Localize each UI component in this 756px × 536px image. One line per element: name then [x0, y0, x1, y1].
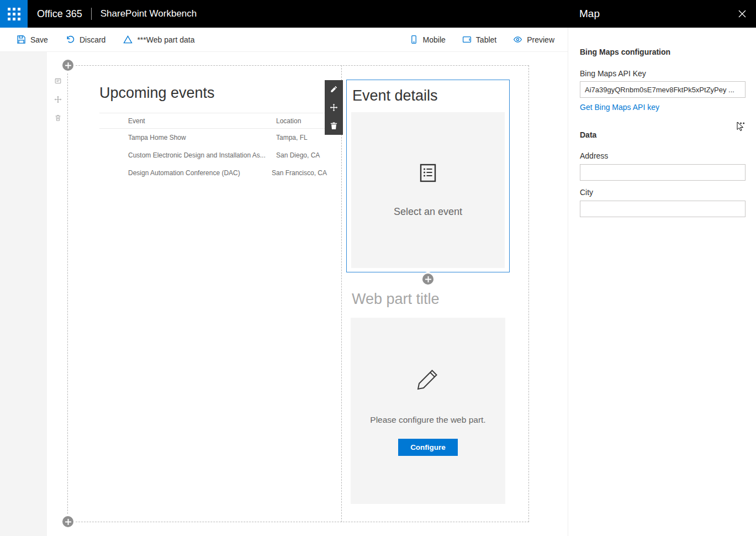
- save-icon: [17, 35, 26, 44]
- save-label: Save: [30, 35, 48, 44]
- save-button[interactable]: Save: [17, 35, 48, 44]
- property-pane: Bing Maps configuration Bing Maps API Ke…: [568, 28, 756, 536]
- preview-button[interactable]: Preview: [513, 35, 554, 44]
- get-api-key-link[interactable]: Get Bing Maps API key: [580, 103, 659, 112]
- list-document-icon: [418, 163, 438, 185]
- product-title: SharePoint Workbench: [101, 8, 197, 19]
- tablet-icon: [462, 35, 472, 44]
- app-launcher-button[interactable]: [0, 0, 28, 28]
- preview-label: Preview: [527, 35, 554, 44]
- triangle-icon: [123, 35, 133, 44]
- move-icon: [330, 103, 338, 112]
- left-gutter: [0, 52, 47, 536]
- webpart-title-text[interactable]: Web part title: [352, 291, 440, 308]
- discard-label: Discard: [80, 35, 105, 44]
- event-details-title: Event details: [352, 87, 509, 104]
- mobile-icon: [409, 35, 419, 44]
- property-pane-header: Map: [568, 0, 756, 28]
- select-event-text: Select an event: [394, 206, 462, 218]
- move-icon[interactable]: [54, 96, 62, 103]
- delete-webpart-button[interactable]: [325, 117, 343, 135]
- column-header-location: Location: [276, 117, 327, 125]
- comment-icon[interactable]: [54, 77, 62, 85]
- upcoming-events-title: Upcoming events: [99, 85, 215, 102]
- location-cell: San Francisco, CA: [272, 169, 327, 177]
- bing-maps-section-title: Bing Maps configuration: [580, 48, 670, 56]
- webpart-data-label: ***Web part data: [137, 35, 194, 44]
- webpart-data-button[interactable]: ***Web part data: [123, 35, 194, 44]
- discard-button[interactable]: Discard: [66, 35, 105, 44]
- delete-icon[interactable]: [54, 114, 62, 122]
- waffle-icon: [8, 8, 20, 20]
- api-key-input[interactable]: [580, 81, 746, 98]
- move-webpart-button[interactable]: [325, 98, 343, 117]
- more-options-icon[interactable]: [737, 117, 745, 127]
- trash-icon: [330, 122, 338, 130]
- header-divider: [91, 8, 92, 20]
- api-key-label: Bing Maps API Key: [580, 69, 646, 78]
- event-cell: Design Automation Conference (DAC): [99, 169, 272, 177]
- tablet-button[interactable]: Tablet: [462, 35, 496, 44]
- configure-message: Please configure the web part.: [369, 413, 487, 427]
- add-webpart-button[interactable]: [421, 272, 435, 286]
- events-table-header: Event Location: [99, 113, 327, 129]
- plus-icon: [425, 276, 431, 282]
- data-section-title: Data: [580, 130, 596, 139]
- configure-placeholder: Please configure the web part. Configure: [351, 318, 505, 504]
- event-details-webpart[interactable]: Event details Select an event: [346, 80, 510, 272]
- edit-webpart-button[interactable]: [325, 80, 343, 98]
- workbench-page: Office 365 SharePoint Workbench Map Save…: [0, 0, 756, 536]
- table-row[interactable]: Custom Electronic Design and Installatio…: [99, 146, 327, 164]
- mobile-label: Mobile: [423, 35, 446, 44]
- table-row[interactable]: Tampa Home Show Tampa, FL: [99, 129, 327, 146]
- webpart-side-controls: [54, 77, 62, 122]
- webpart-edit-toolbar: [325, 80, 343, 135]
- table-row[interactable]: Design Automation Conference (DAC) San F…: [99, 164, 327, 182]
- pencil-icon: [330, 85, 338, 93]
- events-table: Event Location Tampa Home Show Tampa, FL…: [99, 113, 327, 182]
- top-header: Office 365 SharePoint Workbench: [0, 0, 568, 28]
- command-bar-right: Mobile Tablet Preview: [393, 35, 554, 44]
- brand-title: Office 365: [37, 8, 82, 20]
- city-label: City: [580, 188, 593, 197]
- preview-eye-icon: [513, 35, 522, 44]
- column-header-event: Event: [99, 117, 276, 125]
- location-cell: Tampa, FL: [276, 134, 327, 141]
- close-icon[interactable]: [738, 9, 747, 18]
- location-cell: San Diego, CA: [276, 151, 327, 159]
- address-label: Address: [580, 151, 608, 160]
- city-input[interactable]: [580, 201, 746, 217]
- plus-icon: [65, 519, 71, 525]
- configure-button[interactable]: Configure: [398, 439, 458, 456]
- event-cell: Tampa Home Show: [99, 134, 276, 141]
- property-pane-title: Map: [579, 8, 600, 20]
- plus-icon: [65, 62, 71, 69]
- mobile-button[interactable]: Mobile: [409, 35, 446, 44]
- address-input[interactable]: [580, 164, 746, 181]
- add-webpart-button[interactable]: [61, 58, 75, 72]
- tablet-label: Tablet: [476, 35, 496, 44]
- pencil-outline-icon: [415, 366, 441, 395]
- event-cell: Custom Electronic Design and Installatio…: [99, 151, 276, 159]
- undo-icon: [66, 35, 75, 44]
- command-bar: Save Discard ***Web part data Mobile: [0, 28, 568, 52]
- add-webpart-button[interactable]: [61, 514, 75, 529]
- event-details-placeholder: Select an event: [351, 112, 505, 268]
